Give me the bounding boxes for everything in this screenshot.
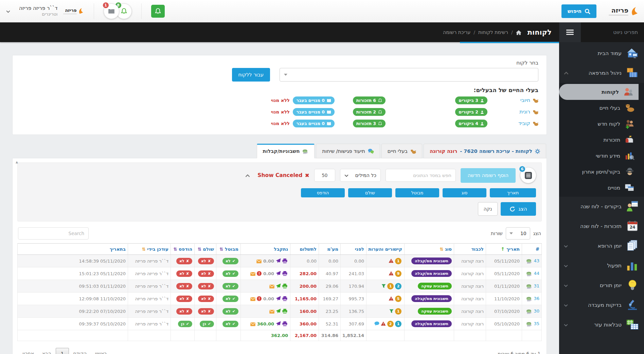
hamburger-button[interactable]	[559, 22, 581, 42]
envelope-icon[interactable]	[269, 284, 275, 289]
invoice-row[interactable]: 3611/10/2020רונה קורונהחשבונית מס/קבלה59…	[18, 293, 542, 305]
link-count-badge[interactable]: 1	[395, 321, 401, 327]
table-search-input[interactable]	[18, 227, 89, 240]
visits-badge[interactable]: 2 ביקורים	[455, 108, 487, 116]
sidebar-item-newclient[interactable]: לקוח חדש	[559, 116, 644, 132]
add-record-button[interactable]: הוסף רשומה חדשה	[461, 168, 516, 183]
envelope-icon[interactable]	[269, 309, 275, 314]
invoice-row[interactable]: 3505/10/2020רונה קורונהחשבונית מס/קבלה12…	[18, 318, 542, 330]
clear-filters-button[interactable]: נקה	[478, 202, 498, 216]
client-select[interactable]	[280, 68, 538, 82]
column-header[interactable]: מבוטל⇅	[216, 244, 241, 255]
sidebar-item-visitscal[interactable]: ביקורים - לוח שנה	[559, 197, 644, 216]
link-count-badge[interactable]: 1	[395, 258, 401, 264]
printer-icon[interactable]	[282, 309, 288, 314]
link-count-badge[interactable]: 5	[395, 296, 401, 302]
link-count-badge[interactable]: 2	[387, 321, 394, 327]
printer-icon[interactable]	[282, 296, 288, 301]
sidebar-item-remcal[interactable]: 24תזכורות - לוח שנה	[559, 216, 644, 236]
column-header[interactable]: שולם⇅	[195, 244, 216, 255]
send-icon[interactable]	[275, 271, 282, 276]
reminders-badge[interactable]: 6 תזכורות	[353, 96, 386, 104]
sidebar-item-lastvisit[interactable]: ביקור/חיסון אחרון	[559, 164, 644, 180]
invoice-number-link[interactable]: 31	[534, 283, 539, 288]
tab-dog[interactable]: בעלי חיים	[381, 144, 422, 158]
sidebar-item-animals[interactable]: בעלי חיים	[559, 100, 644, 116]
invoice-row[interactable]: 3101/11/2020רונה קורונהחשבונית עסקה21170…	[18, 280, 542, 293]
user-menu-chevron-icon[interactable]	[6, 8, 10, 14]
pet-name-link[interactable]: חיובי	[487, 97, 538, 103]
reminders-badge[interactable]: 3 תזכורות	[353, 120, 386, 127]
send-icon[interactable]	[275, 259, 282, 264]
link-count-badge[interactable]: 1	[395, 308, 401, 315]
envelope-icon[interactable]	[250, 271, 256, 276]
pagination-next[interactable]: הבא	[38, 348, 55, 354]
filter-field-button[interactable]: שולם	[348, 188, 392, 197]
invoice-number-link[interactable]: 43	[534, 258, 539, 263]
visits-badge[interactable]: 3 ביקורים	[455, 96, 487, 104]
pagination-first[interactable]: ראשון	[91, 348, 110, 354]
visits-badge[interactable]: 4 ביקורים	[455, 120, 487, 127]
column-header[interactable]: #	[522, 244, 542, 255]
invoice-number-link[interactable]: 44	[534, 271, 539, 276]
reminders-badge[interactable]: 2 תזכורות	[353, 108, 386, 116]
documents-button[interactable]: 1	[104, 3, 119, 19]
invoice-row[interactable]: 3007/10/2020רונה קורונהחשבונית עסקה1136.…	[18, 305, 542, 318]
column-header[interactable]: מע'מ	[319, 244, 341, 255]
invoice-number-link[interactable]: 36	[534, 296, 539, 301]
invoice-number-link[interactable]: 35	[534, 321, 539, 326]
tab-gears[interactable]: לקוחות - עריכת רשומה 7620 - רונה קורונה	[424, 144, 546, 158]
saved-filters-button[interactable]: 6	[520, 167, 536, 183]
filter-field-button[interactable]: סוג	[443, 188, 486, 197]
sidebar-item-lab[interactable]: בדיקות מעבדה	[559, 295, 644, 315]
invoice-row[interactable]: 4305/11/2020רונה קורונהחשבונית מס/קבלה10…	[18, 255, 542, 267]
sidebar-item-journal[interactable]: יומן הרופא	[559, 236, 644, 256]
sidebar-item-appts[interactable]: יומן תורים	[559, 276, 644, 295]
send-icon[interactable]	[275, 296, 282, 301]
column-header[interactable]: לפני	[341, 244, 366, 255]
sidebar-item-clinic[interactable]: ניהול המרפאה	[559, 63, 644, 83]
send-icon[interactable]	[275, 321, 282, 326]
column-header[interactable]: בתאריך	[18, 244, 128, 255]
alerts-button[interactable]	[151, 5, 165, 18]
db-search-input[interactable]	[386, 169, 456, 182]
sidebar-item-home[interactable]: עמוד הבית	[559, 43, 644, 63]
sidebar-item-reminders[interactable]: תזכורות	[559, 132, 644, 148]
collapse-filters-chevron-icon[interactable]	[245, 173, 250, 178]
column-header[interactable]: קישורים והערות	[366, 244, 405, 255]
past-subscriptions-badge[interactable]: 0 מנויים בעבר	[293, 108, 335, 116]
filter-field-button[interactable]: מבוטל	[395, 188, 439, 197]
envelope-icon[interactable]	[256, 259, 262, 264]
pagination-page-1[interactable]: 1	[56, 348, 69, 354]
link-count-badge[interactable]: 1	[387, 283, 394, 289]
sidebar-item-ops[interactable]: תפעול	[559, 256, 644, 276]
sidebar-item-tables[interactable]: טבלאות עזר	[559, 315, 644, 335]
link-count-badge[interactable]: 2	[395, 283, 401, 289]
filter-field-button[interactable]: הודפס	[301, 188, 345, 197]
invoice-number-link[interactable]: 30	[534, 308, 539, 314]
pet-name-link[interactable]: רונית	[487, 109, 538, 115]
page-length-select[interactable]: 10	[506, 227, 530, 240]
send-icon[interactable]	[275, 309, 282, 314]
printer-icon[interactable]	[282, 321, 288, 326]
search-button[interactable]: חיפוש	[561, 4, 596, 18]
filter-field-button[interactable]: תאריך	[490, 188, 536, 197]
sidebar-item-subs[interactable]: מנויים	[559, 180, 644, 196]
breadcrumb-clients-list[interactable]: רשימת לקוחות	[478, 30, 508, 35]
column-header[interactable]: סוג⇅	[405, 244, 454, 255]
past-subscriptions-badge[interactable]: 0 מנויים בעבר	[293, 120, 335, 127]
envelope-icon[interactable]	[250, 321, 256, 326]
envelope-icon[interactable]	[250, 296, 256, 301]
column-header[interactable]: עודכן בידי⇅	[128, 244, 171, 255]
printer-icon[interactable]	[282, 259, 288, 264]
show-results-button[interactable]: הצג	[501, 202, 536, 216]
past-subscriptions-badge[interactable]: 0 מנויים בעבר	[293, 96, 335, 104]
pet-name-link[interactable]: קוביד	[487, 120, 538, 126]
column-header[interactable]: לתשלום	[290, 244, 319, 255]
printer-icon[interactable]	[282, 284, 288, 289]
column-header[interactable]: תאריך↑	[486, 244, 522, 255]
pagination-last[interactable]: אחרון	[19, 348, 38, 354]
printer-icon[interactable]	[282, 271, 288, 276]
sidebar-item-monthly[interactable]: מידע חודשי	[559, 148, 644, 164]
tab-money[interactable]: חשבוניות/קבלות	[257, 144, 315, 158]
